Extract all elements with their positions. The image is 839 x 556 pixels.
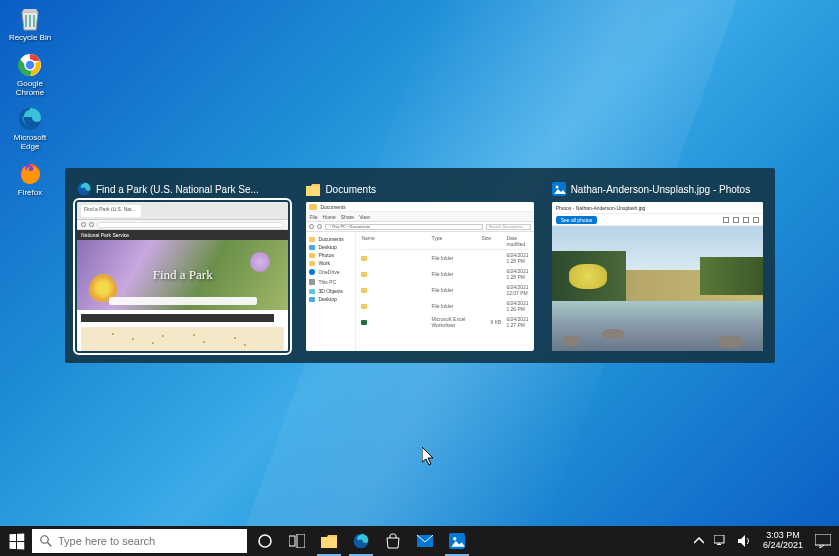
folder-icon [306, 182, 320, 196]
explorer-sidebar: Documents Desktop Photos Work OneDrive T… [306, 232, 356, 351]
ribbon-tab: Home [322, 214, 335, 220]
window-title: Find a Park (U.S. National Park Se... [96, 184, 259, 195]
desktop-icon-recycle-bin[interactable]: Recycle Bin [5, 5, 55, 43]
taskbar-cortana[interactable] [249, 526, 281, 556]
tool-icon [743, 217, 749, 223]
photos-title: Photos - Nathan-Anderson-Unsplash.jpg [556, 205, 646, 211]
window-thumbnail: Find a Park (U.S. Nat... National Park S… [77, 202, 288, 351]
alt-tab-item-explorer[interactable]: Documents Documents File Home Share View… [306, 180, 533, 351]
tray-chevron-icon[interactable] [689, 526, 709, 556]
desktop-icon-label: Recycle Bin [9, 34, 51, 43]
see-all-button: See all photos [556, 216, 598, 224]
alt-tab-switcher: Find a Park (U.S. National Park Se... Fi… [65, 168, 775, 363]
window-thumbnail: Documents File Home Share View › This PC… [306, 202, 533, 351]
alt-tab-item-browser[interactable]: Find a Park (U.S. National Park Se... Fi… [77, 180, 288, 351]
desktop-icon-firefox[interactable]: Firefox [5, 160, 55, 198]
recycle-bin-icon [16, 5, 44, 33]
svg-rect-13 [289, 536, 295, 546]
tool-icon [733, 217, 739, 223]
desktop-icon-edge[interactable]: Microsoft Edge [5, 105, 55, 152]
ribbon-tab: File [309, 214, 317, 220]
desktop-icon-chrome[interactable]: Google Chrome [5, 51, 55, 98]
svg-point-9 [555, 186, 558, 189]
svg-point-12 [259, 535, 271, 547]
edge-icon [77, 182, 91, 196]
taskbar-mail[interactable] [409, 526, 441, 556]
tray-network-icon[interactable] [709, 526, 733, 556]
search-placeholder: Type here to search [58, 535, 155, 547]
taskbar-search[interactable]: Type here to search [32, 529, 247, 553]
photo-content [552, 226, 763, 351]
taskbar: Type here to search 3:03 PM 6/24/2021 [0, 526, 839, 556]
svg-point-10 [41, 536, 49, 544]
window-title: Nathan-Anderson-Unsplash.jpg - Photos [571, 184, 751, 195]
taskbar-taskview[interactable] [281, 526, 313, 556]
edge-icon [16, 105, 44, 133]
ribbon-tab: Share [341, 214, 354, 220]
system-tray: 3:03 PM 6/24/2021 [689, 526, 839, 556]
svg-rect-21 [717, 544, 721, 545]
start-button[interactable] [0, 526, 32, 556]
explorer-file-list: Name Type Size Date modified File folder… [356, 232, 533, 351]
svg-rect-15 [321, 537, 337, 548]
taskbar-edge[interactable] [345, 526, 377, 556]
cursor-icon [422, 447, 436, 471]
explorer-title: Documents [320, 204, 345, 210]
site-header: National Park Service [81, 232, 129, 238]
desktop-icon-label: Firefox [18, 189, 42, 198]
taskbar-explorer[interactable] [313, 526, 345, 556]
notification-center-icon[interactable] [809, 526, 837, 556]
window-title: Documents [325, 184, 376, 195]
windows-logo-icon [9, 533, 24, 549]
svg-rect-7 [306, 186, 320, 196]
svg-rect-20 [714, 535, 724, 543]
chrome-icon [16, 51, 44, 79]
desktop-icon-label: Microsoft Edge [5, 134, 55, 152]
browser-tab: Find a Park (U.S. Nat... [81, 205, 141, 217]
window-thumbnail: Photos - Nathan-Anderson-Unsplash.jpg Se… [552, 202, 763, 351]
svg-point-19 [453, 537, 456, 540]
alt-tab-item-photos[interactable]: Nathan-Anderson-Unsplash.jpg - Photos Ph… [552, 180, 763, 351]
tray-volume-icon[interactable] [733, 526, 757, 556]
ribbon-tab: View [359, 214, 370, 220]
clock-date: 6/24/2021 [763, 541, 803, 551]
hero-title: Find a Park [153, 267, 213, 283]
firefox-icon [16, 160, 44, 188]
desktop: Recycle Bin Google Chrome Microsoft Edge… [0, 0, 839, 556]
taskbar-store[interactable] [377, 526, 409, 556]
address-bar: › This PC › Documents [325, 224, 482, 230]
desktop-icon-label: Google Chrome [5, 80, 55, 98]
svg-rect-14 [297, 534, 305, 548]
taskbar-clock[interactable]: 3:03 PM 6/24/2021 [757, 531, 809, 551]
photos-icon [552, 182, 566, 196]
svg-rect-23 [815, 534, 831, 545]
tool-icon [753, 217, 759, 223]
search-icon [40, 535, 52, 547]
tool-icon [723, 217, 729, 223]
svg-line-11 [48, 543, 52, 547]
desktop-icon-grid: Recycle Bin Google Chrome Microsoft Edge… [5, 5, 55, 198]
taskbar-photos[interactable] [441, 526, 473, 556]
search-box: Search Documents [486, 224, 531, 230]
